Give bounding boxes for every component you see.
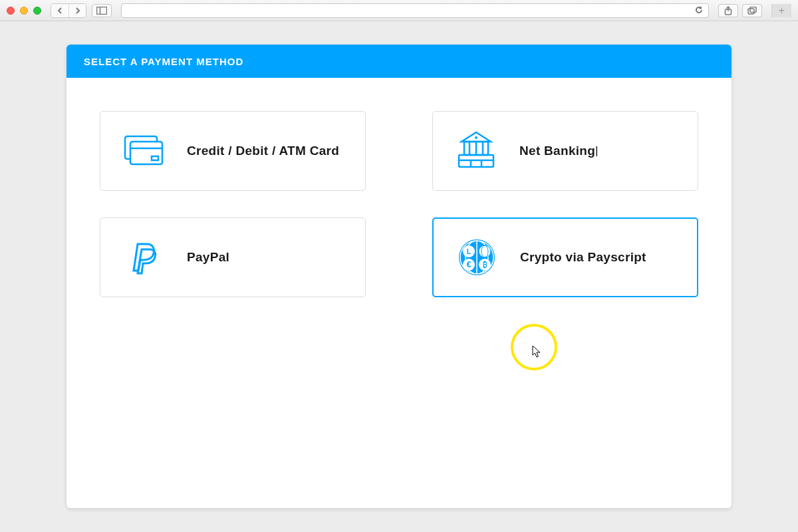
svg-rect-4 — [748, 9, 754, 14]
toolbar-right — [718, 4, 762, 17]
bank-icon — [453, 130, 499, 172]
back-button[interactable] — [51, 4, 68, 17]
option-card[interactable]: Credit / Debit / ATM Card — [100, 111, 366, 191]
minimize-window-button[interactable] — [20, 7, 28, 15]
option-crypto[interactable]: L € ₿ Crypto via Payscript — [432, 217, 698, 297]
svg-point-19 — [475, 136, 477, 139]
option-paypal[interactable]: PayPal — [100, 217, 366, 297]
close-window-button[interactable] — [7, 7, 15, 15]
reload-icon[interactable] — [695, 5, 703, 17]
window-controls — [7, 7, 41, 15]
payment-panel: SELECT A PAYMENT METHOD Credit / Debit /… — [66, 45, 732, 508]
svg-text:€: € — [467, 260, 471, 269]
option-paypal-label: PayPal — [187, 250, 229, 265]
svg-text:₿: ₿ — [483, 260, 487, 269]
panel-header: SELECT A PAYMENT METHOD — [66, 45, 732, 78]
option-netbanking[interactable]: Net Banking | — [432, 111, 698, 191]
option-crypto-label: Crypto via Payscript — [520, 250, 646, 265]
url-bar[interactable] — [121, 3, 709, 18]
svg-rect-5 — [750, 7, 756, 12]
svg-text:L: L — [467, 247, 471, 255]
share-button[interactable] — [718, 4, 738, 17]
sidebar-toggle-button[interactable] — [92, 4, 112, 17]
crypto-icon: L € ₿ — [454, 238, 500, 277]
option-netbanking-label: Net Banking — [519, 144, 595, 158]
svg-rect-0 — [97, 7, 107, 14]
forward-button[interactable] — [68, 4, 86, 17]
paypal-icon — [120, 240, 167, 275]
option-card-label: Credit / Debit / ATM Card — [187, 144, 339, 158]
card-icon — [120, 132, 167, 170]
maximize-window-button[interactable] — [33, 7, 41, 15]
page-content: SELECT A PAYMENT METHOD Credit / Debit /… — [0, 21, 798, 532]
panel-title: SELECT A PAYMENT METHOD — [84, 56, 243, 67]
new-tab-button[interactable]: + — [771, 4, 791, 17]
payment-options: Credit / Debit / ATM Card — [66, 78, 732, 331]
browser-chrome: + — [0, 0, 798, 21]
nav-buttons — [51, 3, 86, 18]
tabs-button[interactable] — [742, 4, 762, 17]
